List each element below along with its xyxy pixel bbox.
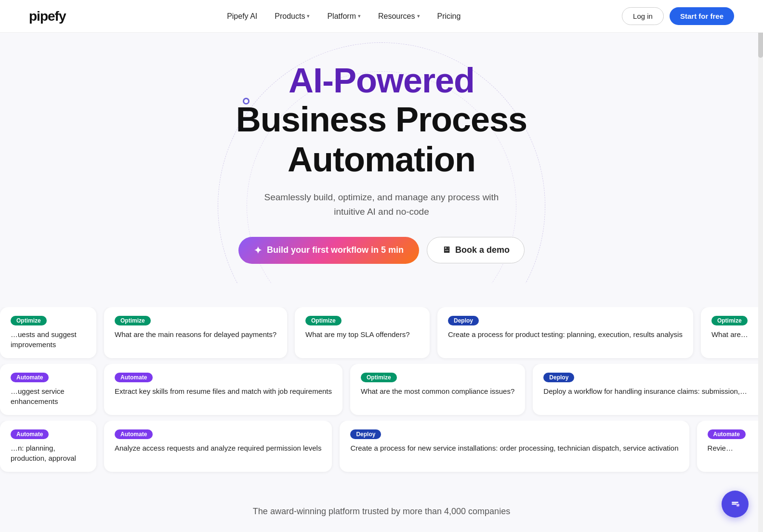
list-item[interactable]: Optimize What are the most common compli… <box>350 364 525 415</box>
list-item[interactable]: Automate Extract key skills from resume … <box>104 364 342 415</box>
list-item[interactable]: Automate …n: planning, production, appro… <box>0 421 96 472</box>
card-text: What are… <box>711 329 763 339</box>
card-text: Create a process for product testing: pl… <box>448 329 683 339</box>
card-text: Create a process for new service install… <box>350 443 678 453</box>
optimize-tag: Optimize <box>115 316 151 325</box>
card-text: …uggest service enhancements <box>11 386 86 406</box>
list-item[interactable]: Deploy Create a process for product test… <box>437 307 693 358</box>
list-item[interactable]: Automate Revie… <box>697 421 763 472</box>
hero-section: AI-Powered Business Process Automation S… <box>0 33 763 283</box>
platform-chevron-icon: ▾ <box>358 13 361 19</box>
cards-row-1: Optimize …uests and suggest improvements… <box>0 307 763 364</box>
book-demo-button[interactable]: 🖥 Book a demo <box>427 237 525 263</box>
nav-products[interactable]: Products ▾ <box>275 12 310 21</box>
hero-content: AI-Powered Business Process Automation S… <box>165 62 598 264</box>
nav-pipefy-ai[interactable]: Pipefy AI <box>227 12 257 21</box>
list-item[interactable]: Optimize What are the main reasons for d… <box>104 307 287 358</box>
list-item[interactable]: Automate …uggest service enhancements <box>0 364 96 415</box>
logo[interactable]: pipefy <box>29 9 66 24</box>
deploy-tag: Deploy <box>543 373 574 382</box>
nav-pricing[interactable]: Pricing <box>437 12 461 21</box>
card-text: Extract key skills from resume files and… <box>115 386 332 396</box>
products-chevron-icon: ▾ <box>307 13 310 19</box>
trusted-section: The award-winning platform trusted by mo… <box>0 506 763 532</box>
hero-subtitle: Seamlessly build, optimize, and manage a… <box>165 190 598 220</box>
card-text: …uests and suggest improvements <box>11 329 86 350</box>
deploy-tag: Deploy <box>448 316 479 325</box>
automate-tag: Automate <box>115 373 153 382</box>
automate-tag: Automate <box>708 429 746 439</box>
list-item[interactable]: Optimize What are my top SLA offenders? <box>295 307 430 358</box>
hero-title-line1: AI-Powered <box>165 62 598 100</box>
automate-tag: Automate <box>11 373 49 382</box>
scrollbar-track <box>758 0 763 532</box>
card-text: Analyze access requests and analyze requ… <box>115 443 321 453</box>
automate-tag: Automate <box>11 429 49 439</box>
list-item[interactable]: Deploy Deploy a workflow for handling in… <box>533 364 763 415</box>
chat-icon <box>728 497 742 511</box>
nav-links: Pipefy AI Products ▾ Platform ▾ Resource… <box>227 12 460 21</box>
hero-buttons: ✦ Build your first workflow in 5 min 🖥 B… <box>165 237 598 264</box>
cards-row-3: Automate …n: planning, production, appro… <box>0 421 763 478</box>
resources-chevron-icon: ▾ <box>417 13 420 19</box>
trusted-title: The award-winning platform trusted by mo… <box>19 506 744 517</box>
ai-cards-section: Optimize …uests and suggest improvements… <box>0 307 763 478</box>
card-text: Deploy a workflow for handling insurance… <box>543 386 763 396</box>
sparkle-icon: ✦ <box>254 245 262 256</box>
nav-resources[interactable]: Resources ▾ <box>378 12 420 21</box>
nav-platform[interactable]: Platform ▾ <box>327 12 361 21</box>
list-item[interactable]: Automate Analyze access requests and ana… <box>104 421 332 472</box>
monitor-icon: 🖥 <box>442 245 450 255</box>
optimize-tag: Optimize <box>305 316 342 325</box>
chat-widget[interactable] <box>722 491 749 518</box>
card-text: What are the main reasons for delayed pa… <box>115 329 276 339</box>
list-item[interactable]: Deploy Create a process for new service … <box>340 421 689 472</box>
start-for-free-button[interactable]: Start for free <box>670 7 734 25</box>
optimize-tag: Optimize <box>711 316 748 325</box>
card-text: …n: planning, production, approval <box>11 443 86 463</box>
deploy-tag: Deploy <box>350 429 381 439</box>
optimize-tag: Optimize <box>11 316 47 325</box>
login-button[interactable]: Log in <box>622 7 664 25</box>
cards-row-2: Automate …uggest service enhancements Au… <box>0 364 763 421</box>
nav-actions: Log in Start for free <box>622 7 734 25</box>
navbar: pipefy Pipefy AI Products ▾ Platform ▾ R… <box>0 0 763 33</box>
optimize-tag: Optimize <box>361 373 397 382</box>
list-item[interactable]: Optimize What are… <box>701 307 763 358</box>
card-text: What are the most common compliance issu… <box>361 386 514 396</box>
hero-title-line2: Business Process Automation <box>165 100 598 180</box>
card-text: Revie… <box>708 443 763 453</box>
card-text: What are my top SLA offenders? <box>305 329 419 339</box>
list-item[interactable]: Optimize …uests and suggest improvements <box>0 307 96 358</box>
automate-tag: Automate <box>115 429 153 439</box>
build-workflow-button[interactable]: ✦ Build your first workflow in 5 min <box>238 237 419 264</box>
